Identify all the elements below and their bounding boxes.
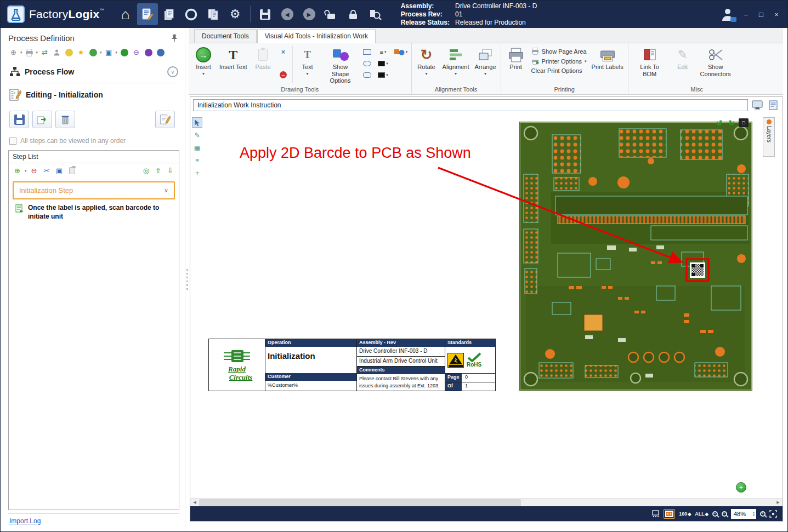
table-tool-button[interactable]: ▦ xyxy=(192,142,202,153)
copy-document-button[interactable] xyxy=(203,3,224,25)
insert-button[interactable]: → Insert▾ xyxy=(191,44,216,85)
add-step-icon[interactable]: ⊕ xyxy=(12,165,22,176)
rotate-left-icon[interactable]: ↺ xyxy=(715,118,724,127)
user-assign-icon[interactable] xyxy=(52,47,62,58)
release-search-button[interactable] xyxy=(365,3,386,25)
document-title-input[interactable]: Initialization Work Instruction xyxy=(193,99,748,111)
team-icon[interactable] xyxy=(88,47,98,58)
settings-button[interactable]: ⚙ xyxy=(225,3,246,25)
fill-color-dropdown[interactable]: ▾ xyxy=(375,70,392,80)
all-steps-checkbox[interactable] xyxy=(9,138,16,145)
layers-tab[interactable]: Layers xyxy=(763,117,775,157)
print-process-icon[interactable] xyxy=(24,47,35,58)
favorite-icon[interactable]: ★ xyxy=(76,47,86,58)
ellipse-shape-button[interactable] xyxy=(361,58,374,68)
copy-icon[interactable]: ▣ xyxy=(54,165,65,176)
insert-item-button[interactable]: + xyxy=(736,482,746,493)
add-process-icon[interactable]: ⊕ xyxy=(8,47,19,58)
scroll-right-arrow[interactable]: ▶ xyxy=(774,499,783,507)
horizontal-scrollbar[interactable]: ◀ ▶ xyxy=(190,498,783,506)
sync-icon[interactable]: ⇄ xyxy=(39,47,50,58)
lock-button[interactable] xyxy=(343,3,364,25)
process-flow-item[interactable]: Process Flow ∨ xyxy=(8,62,179,82)
rounded-rect-shape-button[interactable] xyxy=(361,70,374,80)
alignment-button[interactable]: Alignment▾ xyxy=(440,44,472,85)
move-down-icon[interactable]: ⇩ xyxy=(165,165,175,176)
cut-icon[interactable]: ✂ xyxy=(42,165,52,176)
insert-text-button[interactable]: T Insert Text xyxy=(217,44,250,85)
properties-button[interactable] xyxy=(767,99,780,111)
show-page-area-button[interactable]: Show Page Area xyxy=(530,47,588,55)
rotate-right-icon[interactable]: ↻ xyxy=(727,118,736,127)
forward-button[interactable]: ▶ xyxy=(299,3,320,25)
remove-step-icon[interactable]: ⊖ xyxy=(29,165,39,176)
unlock-button[interactable] xyxy=(321,3,342,25)
locate-step-icon[interactable]: ◎ xyxy=(141,165,151,176)
collapse-flow-button[interactable]: ∨ xyxy=(167,66,178,77)
tab-document-tools[interactable]: Document Tools xyxy=(194,29,257,43)
shape-3d-dropdown[interactable]: ▾ xyxy=(393,47,409,57)
preview-button[interactable] xyxy=(751,99,764,111)
link-to-bom-button[interactable]: Link To BOM xyxy=(631,44,669,85)
show-shape-options-button[interactable]: Show Shape Options xyxy=(321,44,360,85)
document-canvas[interactable]: ✎ ▦ ≡ + Apply 2D Barcde to PCB as Shown … xyxy=(190,113,783,498)
printer-options-button[interactable]: Printer Options▾ xyxy=(530,57,588,65)
subtract-shape-button[interactable]: – xyxy=(277,70,290,80)
move-up-icon[interactable]: ⇧ xyxy=(153,165,163,176)
web-publish-icon[interactable] xyxy=(119,47,129,58)
pcb-view-icon[interactable] xyxy=(664,509,675,519)
fit-to-window-icon[interactable] xyxy=(769,510,777,518)
process-definition-button[interactable] xyxy=(137,3,158,25)
rectangle-shape-button[interactable] xyxy=(361,47,374,57)
zoom-all-button[interactable]: ALL◆ xyxy=(695,511,708,517)
delete-button[interactable] xyxy=(55,111,75,128)
show-connectors-button[interactable]: Show Connectors xyxy=(696,44,735,85)
footprint-tool-icon[interactable] xyxy=(651,510,660,518)
select-tool-button[interactable] xyxy=(192,117,202,128)
zoom-out-cursor-icon[interactable]: – xyxy=(712,511,718,517)
back-button[interactable]: ◀ xyxy=(277,3,298,25)
zoom-level-input[interactable]: 48%▲▼ xyxy=(731,509,756,519)
dropdown-icon[interactable]: ▾ xyxy=(20,50,22,55)
save-button[interactable] xyxy=(255,3,276,25)
record-icon[interactable] xyxy=(143,47,154,58)
annotation-text[interactable]: Apply 2D Barcde to PCB as Shown xyxy=(240,145,471,162)
tab-visual-aid-tools[interactable]: Visual Aid Tools - Initialization Work xyxy=(257,29,376,43)
scrollbar-thumb[interactable] xyxy=(199,499,521,506)
paste-button[interactable]: Paste xyxy=(251,44,276,85)
chevron-down-icon[interactable]: ∨ xyxy=(164,187,168,194)
step-item-initialization[interactable]: Initialization Step ∨ xyxy=(13,181,175,199)
import-button[interactable] xyxy=(32,111,52,128)
zoom-in-cursor-icon[interactable]: + xyxy=(722,511,727,517)
print-button[interactable]: Print xyxy=(503,44,529,85)
scroll-left-arrow[interactable]: ◀ xyxy=(190,499,199,507)
draw-tool-button[interactable]: ✎ xyxy=(192,130,202,140)
print-labels-button[interactable]: Print Labels xyxy=(589,44,626,85)
save-step-button[interactable] xyxy=(9,111,29,128)
text-button[interactable]: T Text▾ xyxy=(295,44,320,85)
edit-work-instruction-button[interactable] xyxy=(155,111,175,128)
line-style-dropdown[interactable]: ≡▾ xyxy=(375,47,392,57)
arrange-button[interactable]: Arrange▾ xyxy=(472,44,498,85)
dropdown-icon[interactable]: ▾ xyxy=(100,50,102,55)
remove-process-icon[interactable]: ⊖ xyxy=(131,47,141,58)
paste-icon[interactable] xyxy=(67,165,77,176)
edit-button[interactable]: ✎ Edit xyxy=(670,44,695,85)
process-routing-button[interactable] xyxy=(181,3,202,25)
align-tool-button[interactable]: ≡ xyxy=(192,155,202,165)
user-account-button[interactable] xyxy=(718,5,737,24)
line-color-dropdown[interactable]: ▾ xyxy=(375,58,392,68)
minimize-button[interactable]: – xyxy=(739,8,752,20)
zoom-100-button[interactable]: 100◆ xyxy=(679,511,691,517)
import-log-link[interactable]: Import Log xyxy=(8,516,42,526)
clear-print-options-button[interactable]: Clear Print Options xyxy=(530,67,588,75)
delete-shape-button[interactable]: × xyxy=(277,47,290,57)
dropdown-icon[interactable]: ▾ xyxy=(25,169,27,173)
dropdown-icon[interactable]: ▾ xyxy=(36,50,38,55)
zoom-in-icon[interactable]: + xyxy=(760,511,766,517)
dropdown-icon[interactable]: ▾ xyxy=(116,50,118,55)
rotate-button[interactable]: ↻ Rotate▾ xyxy=(414,44,439,85)
documents-button[interactable] xyxy=(159,3,180,25)
pin-icon[interactable] xyxy=(171,34,178,42)
pcb-image[interactable] xyxy=(519,122,752,391)
